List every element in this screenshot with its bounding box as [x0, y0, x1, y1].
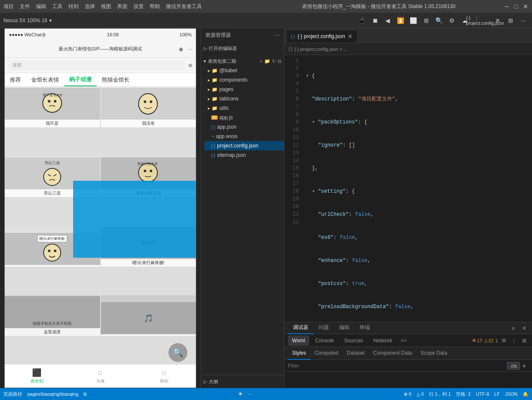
file-projectconfig[interactable]: {·} project.config.json: [204, 141, 284, 150]
back-icon[interactable]: ◀: [383, 15, 393, 26]
home-icon[interactable]: ⬜: [408, 15, 419, 26]
file-appjson[interactable]: {·} app.json: [204, 122, 284, 132]
status-bell[interactable]: 🔔: [523, 391, 529, 397]
file-more-icon[interactable]: ···: [275, 32, 280, 38]
inspector-tab-dataset[interactable]: Dataset: [343, 347, 369, 360]
project-section-header[interactable]: ▾ 表情包第二期 + 📁 ↻ ⊟: [201, 56, 284, 66]
debug-close-icon[interactable]: ✕: [520, 324, 529, 332]
search-icon[interactable]: 🔍: [434, 15, 444, 26]
split-panel-icon[interactable]: ⊞: [505, 15, 516, 26]
filter-cls-button[interactable]: .cls: [507, 362, 520, 370]
device-selector[interactable]: Nexus 5X 100% 16 ▾: [3, 18, 52, 24]
debug-tab-edit[interactable]: 编辑: [334, 322, 355, 334]
fold-arrow-6[interactable]: ▾: [312, 188, 318, 195]
phone-tab-xiongmao[interactable]: 熊猫金馆长: [97, 73, 135, 86]
meme-cell-7[interactable]: 隔着手机你又弄不死我 这里崩溃: [5, 295, 100, 336]
layout-icon[interactable]: ⊞: [421, 15, 432, 26]
minimize-button[interactable]: ─: [504, 3, 510, 9]
menu-help[interactable]: 帮助: [150, 3, 160, 10]
phone-search-input[interactable]: 搜索: [8, 60, 186, 71]
search-float-button[interactable]: 🔍: [168, 343, 187, 362]
inspector-tab-styles[interactable]: Styles: [288, 347, 310, 360]
phone-search-close[interactable]: ⊗: [188, 62, 192, 68]
debug-tool-tab-console[interactable]: Console: [311, 335, 338, 346]
menu-select[interactable]: 选择: [85, 3, 95, 10]
inspect-icon[interactable]: ⚙: [447, 15, 457, 26]
refresh-icon[interactable]: ↻: [272, 59, 276, 64]
open-editors-header[interactable]: ▷ 打开的编辑器: [201, 44, 284, 53]
code-editor[interactable]: 1 2 3 4 5 6 7 8 9 10 11 12 13 14 15 16 1…: [284, 55, 532, 322]
phone-tab-jinguanzhang[interactable]: 金馆长表情: [26, 73, 64, 86]
inspector-tab-scope-data[interactable]: Scope Data: [416, 347, 452, 360]
code-content[interactable]: ▾{ "description": "项目配置文件", ▾"packOption…: [301, 55, 532, 322]
collapse-icon[interactable]: ⊟: [278, 59, 281, 64]
filter-add-button[interactable]: +: [520, 362, 529, 370]
phone-more-icon[interactable]: ···: [188, 46, 192, 52]
meme-cell-1[interactable]: 我不是我没有 我不是: [5, 87, 100, 127]
filter-input[interactable]: [288, 363, 507, 369]
status-eye-icon[interactable]: 👁: [238, 391, 243, 397]
meme-cell-8[interactable]: 🎵: [101, 295, 196, 336]
editor-tab-projectconfig[interactable]: {·} {·} project.config.json ✕: [286, 30, 358, 43]
file-tablcons[interactable]: ▸ 📁 tablcons: [204, 94, 284, 103]
file-appjs[interactable]: JS app.js: [204, 113, 284, 122]
file-components[interactable]: ▸ 📁 components: [204, 75, 284, 85]
menu-interface[interactable]: 界面: [117, 3, 127, 10]
menu-goto[interactable]: 转到: [68, 3, 79, 10]
debug-settings-icon[interactable]: ⚙: [499, 336, 508, 345]
fold-arrow-3[interactable]: ▾: [312, 118, 318, 126]
menu-project[interactable]: 项目: [3, 3, 14, 10]
status-line[interactable]: 行 1，列 1: [429, 391, 451, 397]
add-file-icon[interactable]: +: [260, 59, 263, 64]
copy-icon[interactable]: ⧉: [83, 391, 87, 397]
phone-icon[interactable]: 📱: [357, 15, 367, 26]
menu-edit[interactable]: 编辑: [36, 3, 46, 10]
status-warnings[interactable]: △ 0: [417, 391, 424, 397]
status-more-icon[interactable]: ···: [248, 391, 252, 397]
status-errors[interactable]: ⊗ 0: [404, 391, 411, 397]
menu-view[interactable]: 视图: [101, 3, 111, 10]
phone-bottom-tab-biaoqing[interactable]: ⬛ 表情包: [5, 368, 68, 384]
status-line-ending[interactable]: LF: [494, 391, 500, 397]
debug-split-icon[interactable]: ⊞: [520, 336, 529, 345]
meme-cell-2[interactable]: 我没有: [101, 87, 196, 127]
maximize-button[interactable]: □: [513, 3, 519, 9]
debug-tool-tab-sources[interactable]: Sources: [340, 335, 367, 346]
debug-tab-issues[interactable]: 问题: [313, 322, 334, 334]
debug-overflow-icon[interactable]: >>: [398, 337, 409, 344]
debug-tool-tab-network[interactable]: Network: [369, 335, 396, 346]
status-page-path[interactable]: pages/biaoqing/biaoqing: [27, 391, 78, 397]
menu-tools[interactable]: 工具: [52, 3, 62, 10]
file-pages[interactable]: ▸ 📁 pages: [204, 85, 284, 94]
more-options-icon[interactable]: ···: [518, 15, 529, 26]
editor-tab-close[interactable]: ✕: [348, 33, 353, 40]
inspector-tab-computed[interactable]: Computed: [310, 347, 343, 360]
phone-tab-recommend[interactable]: 推荐: [5, 73, 26, 86]
menu-file[interactable]: 文件: [20, 3, 30, 10]
file-sitemap[interactable]: {·} sitemap.json: [204, 150, 284, 160]
file-babel[interactable]: ▸ 📁 @babel: [204, 66, 284, 75]
file-utils[interactable]: ▸ 📁 utils: [204, 103, 284, 113]
debug-chevron-up-icon[interactable]: ∧: [509, 324, 517, 332]
status-spaces[interactable]: 空格: 2: [456, 391, 470, 397]
outline-header[interactable]: ▷ 大纲: [201, 377, 284, 386]
file-appwxss[interactable]: ~ app.wxss: [204, 132, 284, 141]
stop-icon[interactable]: ⏹: [370, 15, 380, 26]
forward-icon[interactable]: ⏫: [396, 15, 406, 26]
editor-file-close[interactable]: ✕: [493, 15, 503, 26]
phone-tab-mazidongman[interactable]: 蚂子动漫: [64, 73, 97, 86]
menu-settings[interactable]: 设置: [133, 3, 144, 10]
status-page-path-label[interactable]: 页面路径: [3, 391, 22, 397]
status-format[interactable]: JSON: [505, 391, 517, 397]
add-folder-icon[interactable]: 📁: [264, 59, 270, 64]
inspector-tab-component-data[interactable]: Component Data: [369, 347, 416, 360]
phone-bottom-tab-touxiang[interactable]: ○ 头像: [68, 368, 132, 384]
debug-tool-tab-wxml[interactable]: Wxml: [288, 335, 309, 346]
menu-devtools[interactable]: 微信开发者工具: [166, 3, 202, 10]
status-encoding[interactable]: UTF-8: [476, 391, 489, 397]
debug-menu-icon[interactable]: ⋮: [510, 336, 518, 345]
debug-tab-debugger[interactable]: 调试器: [288, 322, 313, 334]
debug-tab-terminal[interactable]: 终端: [355, 322, 375, 334]
fold-arrow-1[interactable]: ▾: [306, 72, 312, 80]
phone-bottom-tab-bizhi[interactable]: ○ 睡纸: [132, 368, 196, 384]
